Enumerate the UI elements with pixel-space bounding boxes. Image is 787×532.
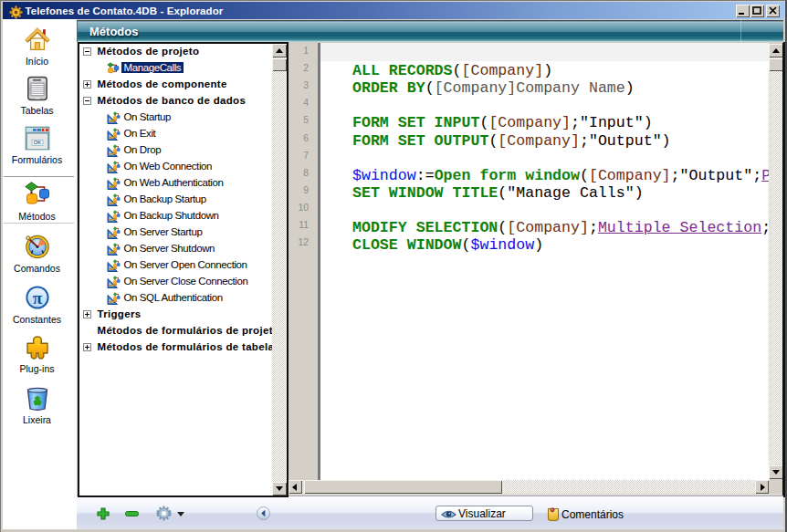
svg-text:π: π — [32, 288, 42, 308]
svg-text:OK: OK — [33, 140, 41, 145]
